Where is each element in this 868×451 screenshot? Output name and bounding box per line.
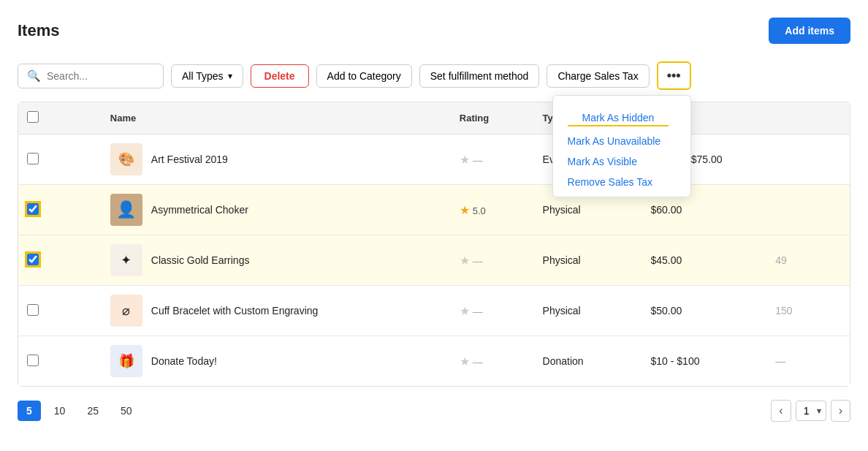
table-row: 🎁 Donate Today! ★ —Donation$10 - $100— <box>18 336 850 387</box>
row-extra-cell: 150 <box>766 286 850 336</box>
row-type-cell: Physical <box>534 286 642 336</box>
row-rating-cell: ★ — <box>451 336 534 387</box>
row-rating-cell: ★ — <box>451 134 534 185</box>
page-number-wrap: 1 ▾ <box>796 401 826 421</box>
page-size-25[interactable]: 25 <box>78 401 107 421</box>
table-body: 🎨 Art Festival 2019 ★ —Event$30.00 - $75… <box>18 134 850 387</box>
prev-page-button[interactable]: ‹ <box>771 400 791 422</box>
dropdown-item-mark-hidden-wrap: Mark As Hidden <box>553 100 690 131</box>
next-page-button[interactable]: › <box>831 400 850 422</box>
more-icon: ••• <box>667 68 681 83</box>
row-checkbox-3[interactable] <box>27 254 39 265</box>
item-name: Asymmetrical Choker <box>151 204 248 216</box>
rating-dash: — <box>473 255 483 267</box>
dropdown-item-mark-hidden[interactable]: Mark As Hidden <box>568 105 669 126</box>
pagination: ‹ 1 ▾ › <box>771 400 850 422</box>
dropdown-item-remove-sales-tax-wrap: Remove Sales Tax <box>553 172 690 192</box>
select-all-checkbox[interactable] <box>27 111 39 123</box>
item-name: Classic Gold Earrings <box>151 254 250 266</box>
item-name: Cuff Bracelet with Custom Engraving <box>151 305 319 317</box>
more-options-wrap: ••• Mark As Hidden Mark As Unavailable M… <box>657 61 691 90</box>
item-thumbnail: 👤 <box>110 194 142 226</box>
row-checkbox-4[interactable] <box>27 304 39 316</box>
table-row: ⌀ Cuff Bracelet with Custom Engraving ★ … <box>18 286 850 336</box>
item-thumbnail: 🎨 <box>110 143 142 175</box>
all-types-filter[interactable]: All Types ▾ <box>171 64 243 88</box>
table-row: 🎨 Art Festival 2019 ★ —Event$30.00 - $75… <box>18 134 850 185</box>
chevron-down-icon: ▾ <box>228 71 232 81</box>
filter-label: All Types <box>182 70 224 82</box>
page-title: Items <box>18 21 59 40</box>
star-empty-icon: ★ <box>460 154 470 166</box>
row-checkbox-cell <box>18 286 102 336</box>
row-name-cell: ✦ Classic Gold Earrings <box>102 235 451 286</box>
row-name-cell: 🎁 Donate Today! <box>102 336 451 387</box>
row-name-cell: 🎨 Art Festival 2019 <box>102 134 451 185</box>
search-box: 🔍 <box>18 64 164 88</box>
rating-dash: — <box>473 306 483 317</box>
row-checkbox-cell <box>18 185 102 235</box>
row-extra-cell: 49 <box>766 235 850 286</box>
footer: 5 10 25 50 ‹ 1 ▾ › <box>18 400 850 422</box>
set-fulfillment-button[interactable]: Set fulfillment method <box>419 64 540 88</box>
row-extra-cell <box>766 134 850 185</box>
delete-button[interactable]: Delete <box>251 64 309 88</box>
page-size-10[interactable]: 10 <box>45 401 75 421</box>
row-name-cell: 👤 Asymmetrical Choker <box>102 185 451 235</box>
item-name: Art Festival 2019 <box>151 154 228 165</box>
star-empty-icon: ★ <box>460 355 470 368</box>
items-table: Name Rating Type Price 🎨 Art Festival 20… <box>18 102 850 386</box>
rating-dash: — <box>473 154 483 166</box>
page-size-5[interactable]: 5 <box>18 401 41 421</box>
row-checkbox-1[interactable] <box>27 153 39 164</box>
row-checkbox-cell <box>18 336 102 387</box>
add-items-button[interactable]: Add items <box>769 18 850 44</box>
row-type-cell: Donation <box>534 336 642 387</box>
row-checkbox-cell <box>18 134 102 185</box>
row-extra-cell <box>766 185 850 235</box>
star-filled-icon: ★ <box>460 204 470 216</box>
row-type-cell: Physical <box>534 235 642 286</box>
items-table-wrap: Name Rating Type Price 🎨 Art Festival 20… <box>18 102 850 387</box>
dropdown-item-remove-sales-tax[interactable]: Remove Sales Tax <box>553 169 667 195</box>
charge-sales-tax-button[interactable]: Charge Sales Tax <box>547 64 649 88</box>
table-row: 👤 Asymmetrical Choker ★ 5.0Physical$60.0… <box>18 185 850 235</box>
more-options-button[interactable]: ••• <box>657 61 691 90</box>
toolbar: 🔍 All Types ▾ Delete Add to Category Set… <box>18 61 850 90</box>
search-input[interactable] <box>47 70 154 82</box>
page-number-select[interactable]: 1 <box>796 401 826 421</box>
row-checkbox-5[interactable] <box>27 355 39 366</box>
row-extra-cell: — <box>766 336 850 387</box>
row-rating-cell: ★ — <box>451 235 534 286</box>
row-price-cell: $10 - $100 <box>642 336 767 387</box>
dropdown-menu: Mark As Hidden Mark As Unavailable Mark … <box>552 95 691 197</box>
row-price-cell: $50.00 <box>642 286 767 336</box>
table-header-row: Name Rating Type Price <box>18 102 850 134</box>
rating-dash: — <box>473 356 483 368</box>
item-thumbnail: ⌀ <box>110 295 142 327</box>
table-row: ✦ Classic Gold Earrings ★ —Physical$45.0… <box>18 235 850 286</box>
item-thumbnail: 🎁 <box>110 345 142 377</box>
row-name-cell: ⌀ Cuff Bracelet with Custom Engraving <box>102 286 451 336</box>
search-icon: 🔍 <box>27 69 41 83</box>
page-size-50[interactable]: 50 <box>112 401 141 421</box>
rating-value: 5.0 <box>473 205 486 216</box>
row-checkbox-cell <box>18 235 102 286</box>
col-name: Name <box>102 102 451 134</box>
item-thumbnail: ✦ <box>110 244 142 276</box>
add-to-category-button[interactable]: Add to Category <box>316 64 412 88</box>
row-price-cell: $45.00 <box>642 235 767 286</box>
col-rating: Rating <box>451 102 534 134</box>
col-extra <box>766 102 850 134</box>
star-empty-icon: ★ <box>460 254 470 267</box>
item-name: Donate Today! <box>151 355 217 367</box>
select-all-header <box>18 102 102 134</box>
row-rating-cell: ★ 5.0 <box>451 185 534 235</box>
row-rating-cell: ★ — <box>451 286 534 336</box>
page-size-selector: 5 10 25 50 <box>18 401 141 421</box>
star-empty-icon: ★ <box>460 305 470 317</box>
row-checkbox-2[interactable] <box>27 203 39 215</box>
